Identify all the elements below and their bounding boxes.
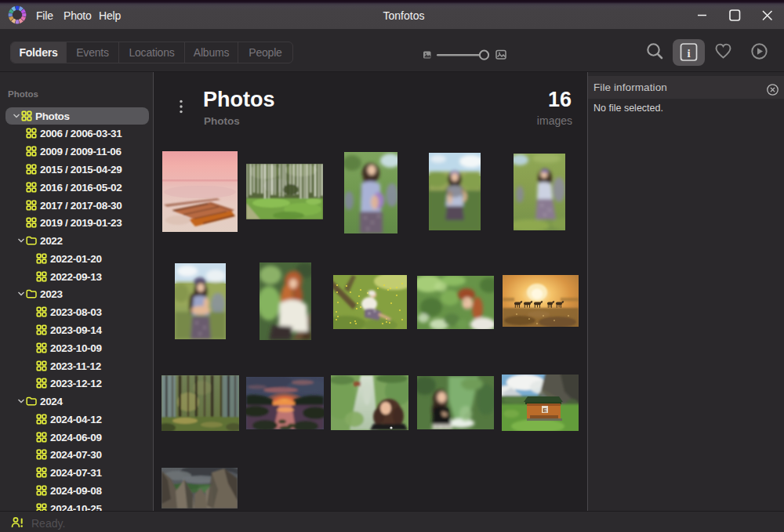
svg-text:E: E: [543, 407, 547, 414]
svg-text:i: i: [687, 47, 690, 60]
